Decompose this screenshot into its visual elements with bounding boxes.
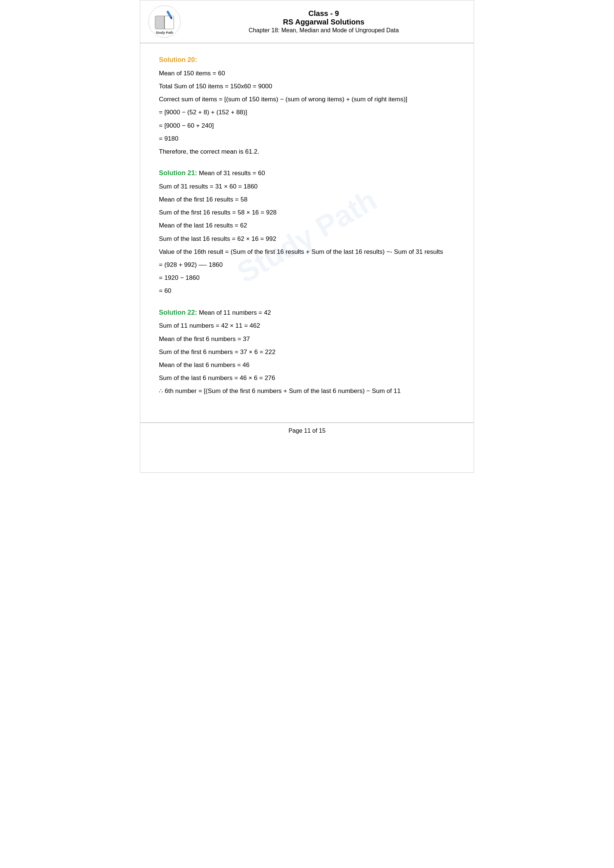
sol21-line-9: = 60: [159, 286, 455, 296]
sol21-line-1: Sum of 31 results = 31 × 60 = 1860: [159, 181, 455, 192]
sol22-heading: Solution 22: Mean of 11 numbers = 42: [159, 307, 455, 318]
svg-rect-2: [155, 16, 164, 29]
sol20-line-7: Therefore, the correct mean is 61.2.: [159, 147, 455, 157]
sol21-line-2: Mean of the first 16 results = 58: [159, 194, 455, 205]
footer: Page 11 of 15: [140, 422, 474, 439]
sol21-line-5: Sum of the last 16 results = 62 × 16 = 9…: [159, 234, 455, 244]
sol21-line-3: Sum of the first 16 results = 58 × 16 = …: [159, 208, 455, 217]
sol20-heading: Solution 20:: [159, 54, 455, 65]
sol21-line-8: = 1920 − 1860: [159, 273, 455, 283]
sol22-line-6: ∴ 6th number = [(Sum of the first 6 numb…: [159, 386, 455, 396]
sol21-line-6: Value of the 16th result = (Sum of the f…: [159, 247, 455, 257]
solution-21-block: Solution 21: Mean of 31 results = 60 Sum…: [159, 168, 455, 296]
sol20-line-3: Correct sum of items = [(sum of 150 item…: [159, 94, 455, 104]
footer-text: Page 11 of 15: [288, 428, 326, 434]
sol22-line-2: Mean of the first 6 numbers = 37: [159, 334, 455, 344]
sol20-label: Solution 20:: [159, 56, 197, 64]
sol20-line-1: Mean of 150 items = 60: [159, 68, 455, 78]
sol22-line-1: Sum of 11 numbers = 42 × 11 = 462: [159, 321, 455, 331]
sol20-line-4: = [9000 − (52 + 8) + (152 + 88)]: [159, 107, 455, 117]
sol22-line-5: Sum of the last 6 numbers = 46 × 6 = 276: [159, 373, 455, 383]
sol21-inline: Mean of 31 results = 60: [197, 170, 265, 177]
sol20-line-6: = 9180: [159, 133, 455, 144]
solution-20-block: Solution 20: Mean of 150 items = 60 Tota…: [159, 54, 455, 157]
header-class: Class - 9: [181, 9, 466, 18]
sol22-label: Solution 22:: [159, 309, 197, 316]
sol20-line-2: Total Sum of 150 items = 150x60 = 9000: [159, 81, 455, 91]
sol21-line-7: = (928 + 992) —- 1860: [159, 260, 455, 270]
header: Study Path Class - 9 RS Aggarwal Solutio…: [140, 0, 474, 43]
sol21-heading: Solution 21: Mean of 31 results = 60: [159, 168, 455, 178]
page: Study Path Class - 9 RS Aggarwal Solutio…: [140, 0, 474, 473]
solution-22-block: Solution 22: Mean of 11 numbers = 42 Sum…: [159, 307, 455, 396]
svg-rect-3: [164, 16, 174, 29]
sol21-line-4: Mean of the last 16 results = 62: [159, 220, 455, 231]
header-book: RS Aggarwal Solutions: [181, 18, 466, 26]
logo: Study Path: [148, 5, 181, 38]
header-text: Class - 9 RS Aggarwal Solutions Chapter …: [181, 9, 466, 34]
sol22-inline: Mean of 11 numbers = 42: [197, 309, 271, 316]
sol22-line-4: Mean of the last 6 numbers = 46: [159, 360, 455, 370]
content: Solution 20: Mean of 150 items = 60 Tota…: [140, 43, 474, 418]
svg-text:Study Path: Study Path: [155, 31, 173, 34]
header-chapter: Chapter 18: Mean, Median and Mode of Ung…: [181, 27, 466, 34]
sol22-line-3: Sum of the first 6 numbers = 37 × 6 = 22…: [159, 347, 455, 357]
sol20-line-5: = [9000 − 60 + 240]: [159, 121, 455, 131]
sol21-label: Solution 21:: [159, 169, 197, 177]
